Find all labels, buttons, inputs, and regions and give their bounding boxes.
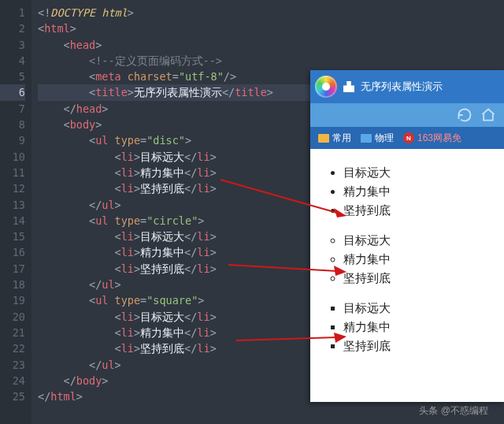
browser-logo-icon	[315, 76, 337, 98]
line-gutter: 1234567891011121314151617181920212223242…	[0, 0, 32, 424]
home-icon[interactable]	[480, 107, 496, 123]
browser-window: 无序列表属性演示 常用 物理 N163网易免 目标远大精力集中坚持到底目标远大精…	[310, 70, 504, 402]
bookmark-item[interactable]: 物理	[361, 132, 394, 145]
folder-icon	[361, 134, 372, 143]
list-item: 目标远大	[343, 231, 485, 250]
watermark: 头条 @不惑编程	[419, 404, 488, 418]
browser-titlebar: 无序列表属性演示	[310, 70, 504, 103]
rendered-list: 目标远大精力集中坚持到底	[329, 299, 485, 355]
browser-tab-title: 无序列表属性演示	[361, 80, 443, 94]
list-item: 精力集中	[343, 182, 485, 201]
bookmarks-bar: 常用 物理 N163网易免	[310, 127, 504, 149]
refresh-icon[interactable]	[457, 107, 472, 123]
list-item: 目标远大	[343, 299, 485, 318]
bookmark-label: 常用	[332, 132, 351, 145]
folder-icon	[318, 134, 329, 143]
browser-body: 目标远大精力集中坚持到底目标远大精力集中坚持到底目标远大精力集中坚持到底	[310, 149, 504, 381]
list-item: 目标远大	[343, 163, 485, 182]
page-icon	[343, 81, 354, 92]
list-item: 坚持到底	[343, 269, 485, 288]
rendered-list: 目标远大精力集中坚持到底	[329, 231, 485, 288]
bookmark-label: 163网易免	[417, 132, 461, 145]
list-item: 精力集中	[343, 250, 485, 269]
bookmark-item[interactable]: N163网易免	[403, 132, 461, 145]
bookmark-label: 物理	[375, 132, 394, 145]
list-item: 坚持到底	[343, 201, 485, 220]
list-item: 坚持到底	[343, 337, 485, 355]
bookmark-item[interactable]: 常用	[318, 132, 351, 145]
browser-toolbar	[310, 103, 504, 127]
rendered-list: 目标远大精力集中坚持到底	[329, 163, 485, 220]
list-item: 精力集中	[343, 318, 485, 337]
netease-icon: N	[403, 132, 414, 143]
